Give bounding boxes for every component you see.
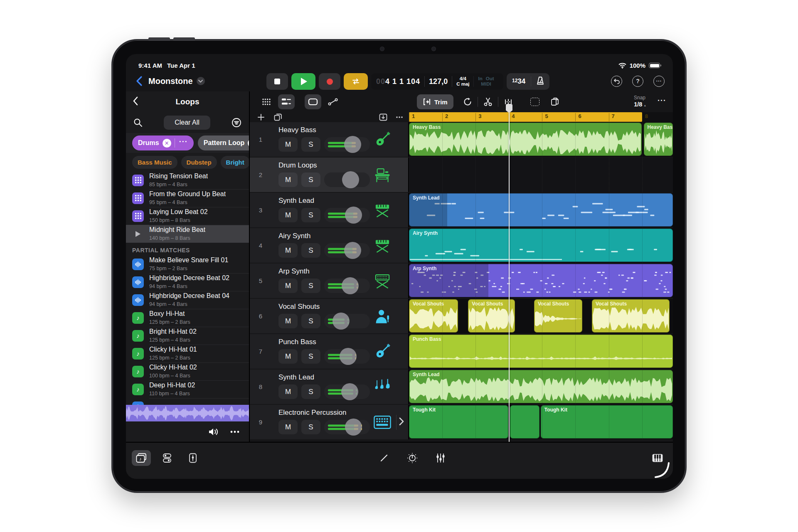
tracks-view-button[interactable] xyxy=(278,94,295,109)
mute-button[interactable]: M xyxy=(278,172,298,187)
solo-button[interactable]: S xyxy=(301,208,320,222)
keys-stand-icon[interactable] xyxy=(373,201,392,219)
volume-slider[interactable] xyxy=(324,172,370,187)
stop-button[interactable] xyxy=(266,73,288,90)
region-heavy-bass[interactable]: Heavy Bass xyxy=(644,123,673,156)
keys-stand-icon[interactable] xyxy=(373,236,392,255)
filter-icon[interactable] xyxy=(232,118,241,128)
tag-remove-icon[interactable]: ✕ xyxy=(163,139,171,148)
clear-all-button[interactable]: Clear All xyxy=(164,116,210,130)
loop-item[interactable]: ♪Clicky Hi-Hat 02100 bpm – 4 Bars xyxy=(126,362,249,380)
mute-button[interactable]: M xyxy=(278,278,298,293)
region-tool-button[interactable] xyxy=(305,94,321,109)
volume-slider[interactable] xyxy=(324,243,370,258)
solo-button[interactable]: S xyxy=(301,243,320,258)
project-title[interactable]: Moonstone xyxy=(148,76,193,86)
track-lane[interactable]: Arp Synth xyxy=(409,264,673,298)
loop-item[interactable]: Highbridge Decree Beat 0494 bpm – 4 Bars xyxy=(126,291,249,309)
track-header[interactable]: 4Airy SynthMS xyxy=(250,228,409,263)
loop-preview-waveform[interactable] xyxy=(126,405,249,421)
sidebar-back-icon[interactable] xyxy=(133,96,138,106)
volume-slider[interactable] xyxy=(324,137,370,152)
mute-button[interactable]: M xyxy=(278,384,298,399)
track-header[interactable]: 2Drum LoopsMS xyxy=(250,158,409,192)
solo-button[interactable]: S xyxy=(301,384,320,399)
paste-button[interactable] xyxy=(547,94,563,109)
loop-item[interactable]: Rising Tension Beat85 bpm – 4 Bars xyxy=(126,171,249,189)
track-expand-chevron-icon[interactable] xyxy=(396,415,406,430)
mute-button[interactable]: M xyxy=(278,208,298,222)
loop-item[interactable]: ♪Boxy Hi-Hat125 bpm – 2 Bars xyxy=(126,309,249,327)
tag-pill-drums[interactable]: Drums✕··· xyxy=(132,135,194,150)
arrange-more-button[interactable]: ··· xyxy=(658,96,666,105)
grid-view-button[interactable] xyxy=(258,94,275,109)
volume-slider[interactable] xyxy=(324,349,370,364)
mute-button[interactable]: M xyxy=(278,349,298,364)
solo-button[interactable]: S xyxy=(301,278,320,293)
track-lane[interactable]: Tough KitTough Kit xyxy=(409,405,673,439)
track-lane[interactable]: Punch Bass xyxy=(409,334,673,369)
playhead[interactable] xyxy=(509,113,510,442)
region-vocal-shouts[interactable]: Vocal Shouts xyxy=(534,299,582,332)
lcd-display[interactable]: 004 1 1 104 127,0 4/4C maj InOutMIDI xyxy=(371,73,503,90)
track-header[interactable]: 7Punch BassMS xyxy=(250,334,409,369)
marquee-select-button[interactable] xyxy=(527,94,543,109)
region-synth-lead[interactable]: Synth Lead xyxy=(409,370,673,403)
tag-pill-pattern-loop[interactable]: Pattern Loop✕ xyxy=(198,135,249,150)
track-lane[interactable]: Airy Synth xyxy=(409,228,673,263)
track-header[interactable]: 6Vocal ShoutsMS xyxy=(250,299,409,333)
volume-knob[interactable] xyxy=(341,383,358,400)
track-lane[interactable]: Synth Lead xyxy=(409,369,673,404)
region-vocal-shouts[interactable]: Vocal Shouts xyxy=(468,299,515,332)
volume-knob[interactable] xyxy=(345,207,362,224)
track-lane[interactable] xyxy=(409,158,673,192)
mute-button[interactable]: M xyxy=(278,420,298,434)
synth-stand-icon[interactable] xyxy=(373,272,392,290)
volume-slider[interactable] xyxy=(324,208,370,222)
volume-knob[interactable] xyxy=(344,136,361,153)
volume-slider[interactable] xyxy=(324,384,370,399)
strings-icon[interactable] xyxy=(373,378,392,396)
tag-remove-icon[interactable]: ✕ xyxy=(248,139,249,148)
loop-tool-button[interactable] xyxy=(459,94,476,109)
loop-item[interactable]: Midnight Ride Beat140 bpm – 8 Bars xyxy=(126,225,249,243)
undo-button[interactable] xyxy=(611,76,622,87)
loop-item[interactable]: ♪Clicky Hi-Hat 01125 bpm – 2 Bars xyxy=(126,345,249,362)
chip-bright[interactable]: Bright xyxy=(221,156,249,169)
region-tough-kit[interactable]: Tough Kit xyxy=(541,405,673,438)
more-options-button[interactable]: ··· xyxy=(653,76,665,87)
bass-guitar-icon[interactable] xyxy=(373,131,392,149)
track-header[interactable]: 3Synth LeadMS xyxy=(250,193,409,227)
volume-slider[interactable] xyxy=(324,314,370,328)
cycle-button[interactable] xyxy=(344,73,368,90)
pencil-tool-button[interactable] xyxy=(374,450,394,466)
count-in-button[interactable]: 1234 xyxy=(507,77,531,86)
trim-tool-button[interactable]: Trim xyxy=(417,94,453,109)
loop-more-icon[interactable] xyxy=(230,430,240,433)
track-controls-button[interactable] xyxy=(158,450,177,466)
browser-button[interactable]: ♪ xyxy=(132,450,151,466)
volume-slider[interactable] xyxy=(324,278,370,293)
swipe-home-indicator[interactable] xyxy=(654,462,673,479)
record-button[interactable] xyxy=(319,73,340,90)
smart-controls-button[interactable] xyxy=(403,450,422,466)
track-import-icon[interactable] xyxy=(379,113,387,121)
volume-knob[interactable] xyxy=(340,348,357,365)
mute-button[interactable]: M xyxy=(278,137,298,152)
solo-button[interactable]: S xyxy=(301,420,320,434)
drum-desk-icon[interactable] xyxy=(373,166,392,184)
chip-bass-music[interactable]: Bass Music xyxy=(132,156,177,169)
search-icon[interactable] xyxy=(133,118,143,127)
help-button[interactable]: ? xyxy=(632,76,643,87)
solo-button[interactable]: S xyxy=(301,314,320,328)
solo-button[interactable]: S xyxy=(301,137,320,152)
volume-slider[interactable] xyxy=(324,420,370,434)
region-tough-kit[interactable]: Tough Kit xyxy=(409,405,508,438)
mixer-button[interactable] xyxy=(431,450,450,466)
fader-button[interactable] xyxy=(183,450,202,466)
duplicate-track-icon[interactable] xyxy=(274,113,282,121)
metronome-button[interactable] xyxy=(531,76,549,87)
region-vocal-shouts[interactable]: Vocal Shouts xyxy=(592,299,670,332)
chip-dubstep[interactable]: Dubstep xyxy=(181,156,217,169)
add-track-icon[interactable] xyxy=(257,113,265,121)
